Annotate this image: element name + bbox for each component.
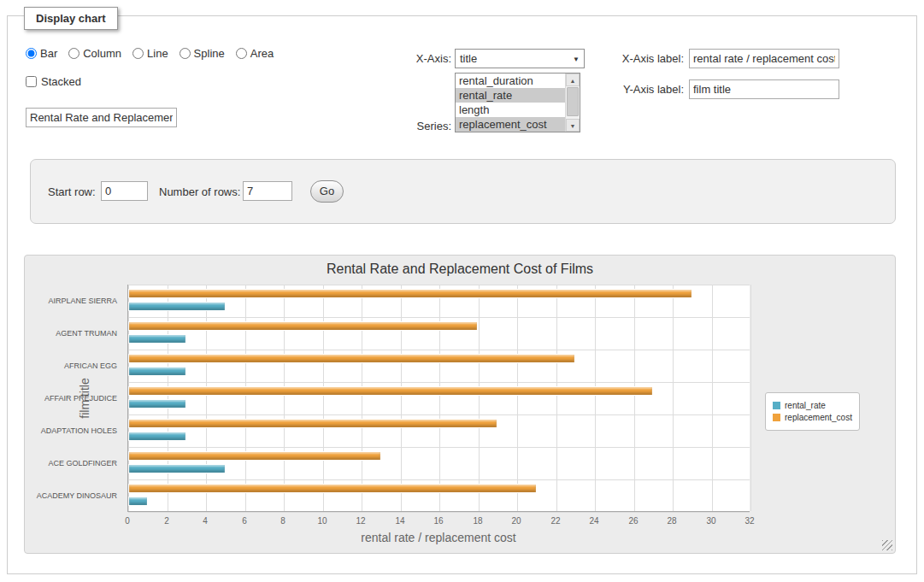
bar-rental_rate[interactable] xyxy=(128,399,186,409)
start-row-label: Start row: xyxy=(48,185,96,198)
gridline xyxy=(245,285,246,511)
series-option-rental_duration[interactable]: rental_duration xyxy=(456,73,565,88)
series-option-replacement_cost[interactable]: replacement_cost xyxy=(456,117,565,132)
gridline xyxy=(673,285,674,511)
legend-item-replacement_cost[interactable]: replacement_cost xyxy=(773,413,852,422)
gridline xyxy=(750,285,751,511)
legend-label: rental_rate xyxy=(785,401,826,410)
value-axis-tick-labels: 02468101214161820222426283032 xyxy=(127,516,777,528)
x-axis-select-label: X-Axis: xyxy=(391,52,451,65)
series-listbox-scrollbar[interactable]: ▲ ▼ xyxy=(565,73,580,132)
category-label: ACE GOLDFINGER xyxy=(25,447,117,479)
gridline xyxy=(479,285,480,511)
x-axis-select[interactable]: title ▼ xyxy=(455,49,585,68)
gridline xyxy=(128,479,750,480)
bar-replacement_cost[interactable] xyxy=(128,289,692,298)
bar-replacement_cost[interactable] xyxy=(128,386,653,396)
chart-title: Rental Rate and Replacement Cost of Film… xyxy=(25,262,895,277)
series-listbox[interactable]: rental_durationrental_ratelengthreplacem… xyxy=(455,73,580,132)
bar-replacement_cost[interactable] xyxy=(128,451,381,461)
chart-type-option-bar[interactable]: Bar xyxy=(26,47,57,60)
gridline xyxy=(401,285,402,511)
stacked-option[interactable]: Stacked xyxy=(26,75,81,88)
x-tick-label: 6 xyxy=(227,516,262,526)
bar-rental_rate[interactable] xyxy=(128,334,186,344)
category-label: AIRPLANE SIERRA xyxy=(25,285,117,317)
x-tick-label: 14 xyxy=(383,516,417,526)
bar-rental_rate[interactable] xyxy=(128,432,186,441)
gridline xyxy=(362,285,362,511)
gridline xyxy=(128,317,750,318)
series-option-rental_rate[interactable]: rental_rate xyxy=(456,88,565,103)
x-tick-label: 18 xyxy=(461,516,495,526)
category-label: AFRICAN EGG xyxy=(25,350,117,382)
y-axis-label-input[interactable] xyxy=(689,79,839,99)
resize-handle-icon[interactable] xyxy=(882,540,892,550)
x-tick-label: 20 xyxy=(499,516,533,526)
bar-rental_rate[interactable] xyxy=(128,302,226,311)
chart-legend: rental_ratereplacement_cost xyxy=(765,392,860,431)
x-tick-label: 4 xyxy=(188,516,222,526)
bar-rental_rate[interactable] xyxy=(128,367,186,376)
x-axis-label-field-label: X-Axis label: xyxy=(598,52,684,65)
bar-replacement_cost[interactable] xyxy=(128,484,537,493)
chart-type-option-label: Area xyxy=(250,47,274,60)
chart-type-option-column[interactable]: Column xyxy=(68,47,121,60)
bar-rental_rate[interactable] xyxy=(128,497,148,506)
bar-replacement_cost[interactable] xyxy=(128,354,575,363)
gridline xyxy=(284,285,285,511)
page: Display chart BarColumnLineSplineArea St… xyxy=(0,0,924,582)
gridline xyxy=(556,285,557,511)
plot-area xyxy=(127,285,750,512)
chart-type-option-line[interactable]: Line xyxy=(132,47,168,60)
bar-rental_rate[interactable] xyxy=(128,464,226,473)
category-label: AFFAIR PREJUDICE xyxy=(25,382,117,414)
x-tick-label: 10 xyxy=(305,516,339,526)
gridline xyxy=(128,447,750,448)
start-row-input[interactable] xyxy=(101,181,148,201)
chart-type-radio-area[interactable] xyxy=(236,48,247,59)
number-of-rows-input[interactable] xyxy=(243,181,292,201)
gridline xyxy=(323,285,324,511)
x-axis-label-input[interactable] xyxy=(689,49,839,68)
gridline xyxy=(128,350,750,350)
series-option-length[interactable]: length xyxy=(456,103,565,117)
go-button[interactable]: Go xyxy=(310,180,344,203)
chart-type-radio-group: BarColumnLineSplineArea xyxy=(26,47,274,60)
chart-type-option-label: Column xyxy=(83,47,121,60)
scroll-up-icon[interactable]: ▲ xyxy=(566,73,580,86)
category-label: ADAPTATION HOLES xyxy=(25,414,117,447)
stacked-checkbox[interactable] xyxy=(26,76,37,87)
legend-item-rental_rate[interactable]: rental_rate xyxy=(773,401,852,410)
chart-type-radio-line[interactable] xyxy=(132,48,144,59)
stacked-label: Stacked xyxy=(41,75,81,88)
bar-replacement_cost[interactable] xyxy=(128,419,497,428)
chart-type-radio-column[interactable] xyxy=(68,48,79,59)
category-label: ACADEMY DINOSAUR xyxy=(25,479,117,512)
x-tick-label: 22 xyxy=(539,516,573,526)
chart-type-radio-bar[interactable] xyxy=(26,48,37,59)
bar-replacement_cost[interactable] xyxy=(128,321,478,331)
gridline xyxy=(206,285,207,511)
gridline xyxy=(634,285,635,511)
x-tick-label: 0 xyxy=(110,516,144,526)
y-axis-label-field-label: Y-Axis label: xyxy=(598,83,684,96)
scrollbar-thumb[interactable] xyxy=(567,87,579,116)
chart-type-option-label: Bar xyxy=(40,47,57,60)
gridline xyxy=(128,285,129,511)
x-tick-label: 30 xyxy=(694,516,728,526)
chart-type-option-area[interactable]: Area xyxy=(236,47,274,60)
legend-label: replacement_cost xyxy=(785,413,852,422)
fieldset-legend: Display chart xyxy=(24,7,118,30)
chart-type-radio-spline[interactable] xyxy=(180,48,191,59)
chart-type-option-spline[interactable]: Spline xyxy=(180,47,225,60)
gridline xyxy=(168,285,168,511)
chart-title-input[interactable] xyxy=(26,108,177,127)
chevron-down-icon: ▼ xyxy=(573,50,580,69)
gridline xyxy=(128,414,750,415)
x-tick-label: 28 xyxy=(655,516,689,526)
gridline xyxy=(517,285,518,511)
series-options: rental_durationrental_ratelengthreplacem… xyxy=(456,73,565,132)
rows-panel: Start row: Number of rows: Go xyxy=(30,159,896,224)
scroll-down-icon[interactable]: ▼ xyxy=(566,119,580,132)
